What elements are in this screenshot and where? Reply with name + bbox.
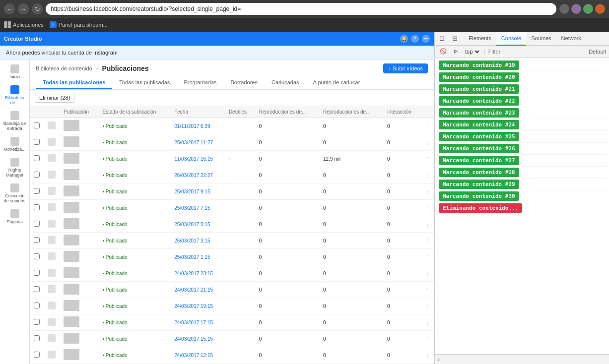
- back-button[interactable]: ←: [4, 3, 15, 14]
- row-action-cell[interactable]: ⋮: [421, 249, 434, 265]
- row-checkbox-cell[interactable]: [30, 134, 44, 151]
- upload-button[interactable]: ↑ Subir vídeos: [383, 63, 428, 73]
- sidebar-item-monetiza[interactable]: Monetiza...: [0, 134, 29, 155]
- row-checkbox-cell[interactable]: [30, 183, 44, 200]
- row-date-cell: 01/11/2017 6:39: [170, 118, 225, 134]
- row-checkbox-cell[interactable]: [30, 249, 44, 265]
- sidebar-item-paginas[interactable]: Páginas: [0, 206, 29, 227]
- row-checkbox-cell[interactable]: [30, 282, 44, 298]
- row-action-cell[interactable]: ⋮: [421, 151, 434, 167]
- sidebar-item-biblioteca[interactable]: Biblioteca de...: [0, 82, 29, 108]
- row-int-cell: 0: [383, 314, 421, 331]
- devtools-tab-sources[interactable]: Sources: [526, 32, 556, 46]
- console-entry: Marcando contenido #23: [437, 107, 607, 119]
- sidebar-item-inicio-label: Inicio: [9, 74, 20, 79]
- eliminar-button[interactable]: Eliminar (28): [35, 93, 74, 103]
- devtools-tab-elements[interactable]: Elements: [464, 32, 496, 46]
- creator-studio-label: Creator Studio: [4, 36, 42, 42]
- fb-icon-bell[interactable]: 🔔: [400, 35, 408, 43]
- devtools-tab-network[interactable]: Network: [556, 32, 586, 46]
- tab-borradores[interactable]: Borradores: [224, 76, 265, 89]
- row-checkbox-cell[interactable]: [30, 233, 44, 249]
- row-checkbox-cell[interactable]: [30, 167, 44, 183]
- row-checkbox-cell[interactable]: [30, 331, 44, 347]
- row-rep1-cell: 0: [255, 249, 319, 265]
- console-entry: Marcando contenido #26: [437, 143, 607, 155]
- sidebar-item-coleccion[interactable]: Colección de sonidos: [0, 181, 29, 206]
- row-checkbox-cell[interactable]: [30, 151, 44, 167]
- console-badge-31: Eliminando contenido...: [439, 203, 522, 213]
- row-action-cell[interactable]: ⋮: [421, 183, 434, 200]
- bookmark-apps[interactable]: Aplicaciones: [4, 21, 44, 28]
- refresh-button[interactable]: ↻: [32, 3, 43, 14]
- page-title: Publicaciones: [102, 64, 148, 72]
- row-int-cell: 0: [383, 134, 421, 151]
- row-checkbox-cell[interactable]: [30, 314, 44, 331]
- row-action-cell[interactable]: ⋮: [421, 314, 434, 331]
- profile-icon-1: [559, 4, 569, 14]
- row-checkbox-cell[interactable]: [30, 118, 44, 134]
- row-checkbox-cell[interactable]: [30, 200, 44, 216]
- row-checkbox-cell[interactable]: [30, 265, 44, 282]
- console-arrow-icon[interactable]: ›: [438, 356, 440, 363]
- row-rep1-cell: 0: [255, 298, 319, 314]
- devtools-tab-console[interactable]: Console: [496, 32, 526, 46]
- devtools-mobile-icon[interactable]: ⊞: [450, 34, 460, 44]
- row-thumbnail-cell: [60, 151, 98, 167]
- row-checkbox-cell[interactable]: [30, 216, 44, 233]
- row-action-cell[interactable]: ⋮: [421, 282, 434, 298]
- address-bar[interactable]: [46, 3, 556, 15]
- sidebar-item-bandeja[interactable]: Bandeja de entrada: [0, 108, 29, 134]
- row-checkbox-cell[interactable]: [30, 347, 44, 364]
- console-footer: ›: [435, 354, 609, 364]
- row-details-cell: [225, 265, 255, 282]
- row-checkbox-cell[interactable]: [30, 298, 44, 314]
- row-action-cell[interactable]: ⋮: [421, 200, 434, 216]
- row-thumbnail-cell: [60, 282, 98, 298]
- row-action-cell[interactable]: ⋮: [421, 347, 434, 364]
- devtools-panel: ⊡ ⊞ Elements Console Sources Network 🚫 ⊳…: [434, 32, 609, 364]
- bookmark-panel[interactable]: f Panel para stream...: [50, 21, 108, 28]
- main-area: Creator Studio 🔔 ? ☰ Ahora puedes vincul…: [0, 32, 609, 364]
- row-icon-cell: [44, 183, 60, 200]
- row-int-cell: 0: [383, 167, 421, 183]
- row-rep1-cell: 0: [255, 183, 319, 200]
- row-rep2-cell: 0: [319, 134, 383, 151]
- console-entry: Marcando contenido #22: [437, 95, 607, 107]
- row-action-cell[interactable]: ⋮: [421, 134, 434, 151]
- row-int-cell: 0: [383, 216, 421, 233]
- row-date-cell: 25/03/2017 9:15: [170, 183, 225, 200]
- browser-icons: [559, 4, 605, 14]
- context-select[interactable]: top: [463, 48, 481, 55]
- row-int-cell: 0: [383, 233, 421, 249]
- devtools-cursor-icon[interactable]: ⊡: [437, 34, 447, 44]
- row-action-cell[interactable]: ⋮: [421, 233, 434, 249]
- row-details-cell: ···: [225, 151, 255, 167]
- tab-apunto[interactable]: A punto de caducar: [306, 76, 367, 89]
- col-extra: [421, 106, 434, 118]
- row-action-cell[interactable]: ⋮: [421, 167, 434, 183]
- row-action-cell[interactable]: ⋮: [421, 216, 434, 233]
- row-action-cell[interactable]: ⋮: [421, 265, 434, 282]
- row-action-cell[interactable]: ⋮: [421, 118, 434, 134]
- row-icon-cell: [44, 282, 60, 298]
- fb-icon-help[interactable]: ?: [411, 35, 419, 43]
- forward-button[interactable]: →: [18, 3, 29, 14]
- row-action-cell[interactable]: ⋮: [421, 331, 434, 347]
- tab-programadas[interactable]: Programadas: [177, 76, 223, 89]
- row-action-cell[interactable]: ⋮: [421, 298, 434, 314]
- tab-todas[interactable]: Todas las publicaciones: [36, 76, 112, 89]
- fb-icon-menu[interactable]: ☰: [422, 35, 430, 43]
- console-clear-btn[interactable]: 🚫: [438, 47, 449, 56]
- row-icon-cell: [44, 233, 60, 249]
- console-entry: Marcando contenido #19: [437, 60, 607, 71]
- tab-publicadas[interactable]: Todas las publicadas: [112, 76, 177, 89]
- col-rep1: Reproducciones de...: [255, 106, 319, 118]
- tab-caducadas[interactable]: Caducadas: [265, 76, 306, 89]
- left-panel: Creator Studio 🔔 ? ☰ Ahora puedes vincul…: [0, 32, 434, 364]
- sidebar-item-rights[interactable]: Rights Manager: [0, 155, 29, 181]
- filter-input[interactable]: [488, 49, 586, 55]
- console-expand-btn[interactable]: ⊳: [452, 47, 460, 56]
- console-badge-30: Marcando contenido #30: [439, 191, 519, 201]
- sidebar-item-inicio[interactable]: Inicio: [0, 61, 29, 82]
